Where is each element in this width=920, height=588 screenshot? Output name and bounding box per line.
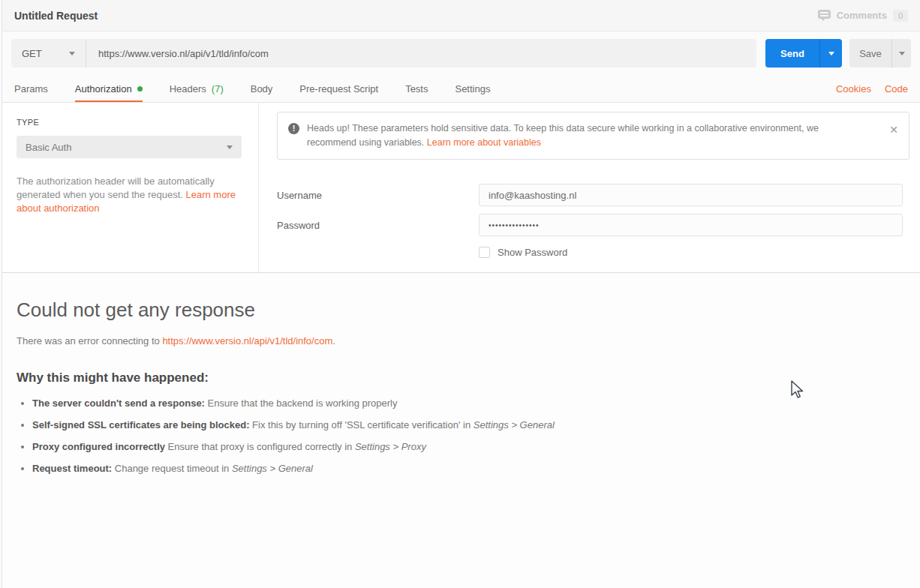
list-item: Request timeout: Change request timeout …	[32, 463, 903, 474]
tab-tests[interactable]: Tests	[405, 75, 428, 102]
method-value: GET	[22, 48, 42, 59]
chevron-down-icon	[899, 52, 905, 56]
cookies-link[interactable]: Cookies	[836, 83, 871, 94]
tab-headers[interactable]: Headers (7)	[170, 75, 224, 102]
method-dropdown[interactable]: GET	[11, 39, 86, 68]
tab-settings[interactable]: Settings	[455, 75, 490, 102]
request-url-row: GET Send Save	[2, 32, 920, 75]
response-heading: Could not get any response	[17, 298, 903, 322]
comments-button[interactable]: Comments 0	[818, 10, 908, 22]
auth-type-column: TYPE Basic Auth The authorization header…	[2, 103, 259, 272]
tab-pre-request-script[interactable]: Pre-request Script	[299, 75, 378, 102]
comments-icon	[818, 10, 831, 21]
auth-description: The authorization header will be automat…	[17, 175, 242, 215]
send-options-button[interactable]	[819, 39, 842, 68]
banner-text: Heads up! These parameters hold sensitiv…	[307, 122, 882, 150]
error-url-link[interactable]: https://www.versio.nl/api/v1/tld/info/co…	[162, 335, 332, 346]
error-message: There was an error connecting to https:/…	[17, 335, 903, 346]
auth-fields-column: ! Heads up! These parameters hold sensit…	[259, 103, 920, 272]
tab-body[interactable]: Body	[251, 75, 273, 102]
url-group: GET	[11, 39, 756, 68]
sensitive-data-banner: ! Heads up! These parameters hold sensit…	[277, 112, 909, 160]
username-label: Username	[277, 190, 479, 201]
list-item: The server couldn't send a response: Ens…	[32, 398, 903, 409]
save-button[interactable]: Save	[849, 39, 891, 68]
auth-type-value: Basic Auth	[26, 142, 71, 153]
password-field[interactable]	[479, 214, 903, 236]
comments-count-badge: 0	[893, 10, 908, 22]
send-button[interactable]: Send	[765, 39, 819, 68]
chevron-down-icon	[69, 52, 75, 56]
comments-label: Comments	[837, 10, 887, 21]
learn-more-variables-link[interactable]: Learn more about variables	[427, 137, 541, 148]
list-item: Self-signed SSL certificates are being b…	[32, 419, 903, 430]
type-label: TYPE	[17, 118, 242, 127]
sidebar-edge	[0, 0, 2, 588]
username-field[interactable]	[479, 184, 903, 206]
postman-request-window: Untitled Request Comments 0 GET Send Sav…	[0, 0, 920, 588]
tab-authorization[interactable]: Authorization	[75, 75, 143, 102]
show-password-label: Show Password	[498, 247, 567, 258]
password-label: Password	[277, 220, 479, 231]
tab-params[interactable]: Params	[14, 75, 48, 102]
save-button-group: Save	[849, 39, 911, 68]
show-password-checkbox[interactable]	[479, 247, 490, 258]
auth-active-dot-icon	[137, 86, 143, 92]
chevron-down-icon	[227, 146, 233, 149]
response-panel: Could not get any response There was an …	[2, 272, 920, 588]
authorization-panel: TYPE Basic Auth The authorization header…	[2, 103, 920, 272]
request-title: Untitled Request	[14, 10, 98, 22]
chevron-down-icon	[828, 52, 834, 56]
close-icon[interactable]: ✕	[889, 123, 898, 137]
headers-count: (7)	[212, 83, 224, 94]
list-item: Proxy configured incorrectly Ensure that…	[32, 441, 903, 452]
request-tabs: Params Authorization Headers (7) Body Pr…	[2, 75, 920, 103]
code-link[interactable]: Code	[885, 83, 908, 94]
reasons-list: The server couldn't send a response: Ens…	[17, 398, 903, 474]
auth-type-dropdown[interactable]: Basic Auth	[17, 136, 242, 158]
why-heading: Why this might have happened:	[17, 370, 903, 386]
warning-icon: !	[288, 123, 299, 134]
title-bar: Untitled Request Comments 0	[2, 0, 920, 32]
send-button-group: Send	[765, 39, 842, 68]
url-input[interactable]	[86, 39, 756, 68]
save-options-button[interactable]	[891, 39, 911, 68]
